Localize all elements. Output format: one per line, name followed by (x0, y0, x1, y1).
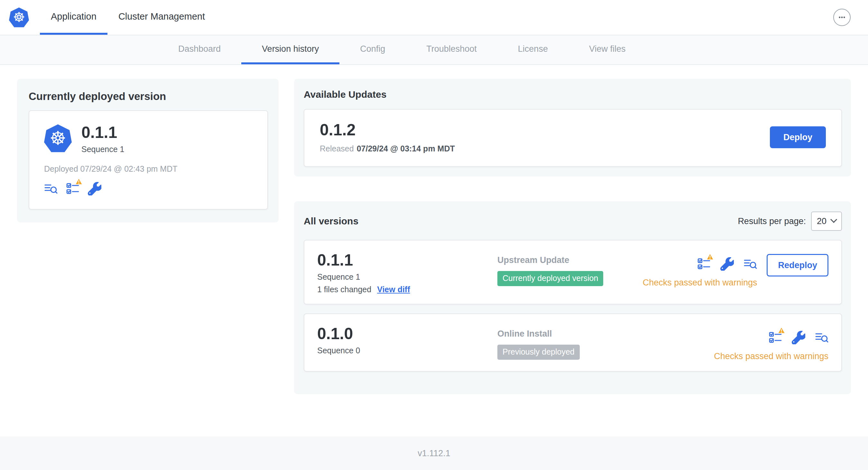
released-label: Released (320, 144, 354, 153)
view-diff-link[interactable]: View diff (377, 285, 410, 294)
results-per-page-label: Results per page: (738, 216, 806, 226)
row-version-number: 0.1.0 (317, 325, 497, 343)
files-changed-label: 1 files changed (317, 285, 371, 294)
tab-application[interactable]: Application (40, 0, 107, 35)
row-action-icons (697, 257, 757, 271)
kubernetes-wheel-icon: ☸ (44, 124, 72, 153)
currently-deployed-card: Currently deployed version ☸ 0.1.1 Seque… (17, 79, 279, 223)
app-nav-tabs: Application Cluster Management (40, 0, 216, 35)
kubernetes-logo-icon: ☸ (9, 7, 29, 28)
app-sub-nav: Dashboard Version history Config Trouble… (0, 35, 868, 65)
right-column: Available Updates 0.1.2 Released07/29/24… (294, 79, 851, 394)
overflow-menu-button[interactable] (833, 9, 850, 26)
edit-config-icon[interactable] (88, 182, 101, 196)
row-sequence: Sequence 0 (317, 346, 497, 355)
tab-troubleshoot[interactable]: Troubleshoot (406, 35, 497, 64)
version-row: 0.1.1 Sequence 1 1 files changed View di… (304, 240, 842, 304)
results-per-page-select[interactable]: 20 (811, 211, 842, 231)
update-version-number: 0.1.2 (320, 121, 455, 139)
deployed-version-number: 0.1.1 (82, 124, 124, 141)
all-versions-card: All versions Results per page: 20 0.1.1 … (294, 201, 851, 394)
preflight-checks-icon[interactable] (769, 331, 782, 344)
deployed-version-actions (44, 182, 253, 196)
preflight-checks-icon[interactable] (697, 257, 711, 271)
available-updates-card: Available Updates 0.1.2 Released07/29/24… (294, 79, 851, 176)
preflight-status-text: Checks passed with warnings (714, 351, 829, 361)
top-nav: ☸ Application Cluster Management (0, 0, 868, 35)
app-icon: ☸ (44, 124, 72, 153)
chevron-down-icon (830, 216, 837, 223)
tab-version-history[interactable]: Version history (241, 35, 339, 64)
topnav-spacer (216, 0, 833, 35)
redeploy-button[interactable]: Redeploy (767, 254, 829, 276)
currently-deployed-title: Currently deployed version (29, 90, 268, 103)
available-updates-title: Available Updates (304, 89, 842, 100)
tab-license[interactable]: License (497, 35, 568, 64)
preflight-checks-icon[interactable] (66, 182, 80, 196)
warning-triangle-icon (706, 253, 714, 261)
edit-config-icon[interactable] (792, 331, 805, 344)
ellipsis-icon (836, 11, 848, 23)
warning-triangle-icon (777, 327, 786, 334)
warning-triangle-icon (75, 178, 83, 186)
row-version-number: 0.1.1 (317, 251, 497, 269)
row-action-icons (769, 331, 829, 344)
results-per-page: Results per page: 20 (738, 211, 842, 231)
tab-view-files[interactable]: View files (568, 35, 646, 64)
version-source-label: Upstream Update (497, 255, 643, 265)
deployed-timestamp: Deployed 07/29/24 @ 02:43 pm MDT (44, 164, 253, 174)
footer: v1.112.1 (0, 437, 868, 470)
deployed-status-badge: Currently deployed version (497, 271, 603, 286)
version-source-label: Online Install (497, 329, 714, 339)
deployed-version-panel: ☸ 0.1.1 Sequence 1 Deployed 07/29/24 @ 0… (29, 110, 268, 210)
tab-config[interactable]: Config (339, 35, 406, 64)
deploy-logs-icon[interactable] (743, 257, 757, 271)
kubernetes-wheel-icon: ☸ (9, 7, 29, 28)
deploy-logs-icon[interactable] (44, 182, 58, 196)
preflight-status-text: Checks passed with warnings (643, 278, 757, 288)
update-row: 0.1.2 Released07/29/24 @ 03:14 pm MDT De… (304, 109, 842, 167)
all-versions-title: All versions (304, 216, 359, 227)
deploy-button[interactable]: Deploy (770, 126, 826, 148)
released-date: 07/29/24 @ 03:14 pm MDT (357, 144, 455, 153)
console-version: v1.112.1 (417, 448, 451, 459)
deployed-sequence: Sequence 1 (82, 145, 124, 154)
results-per-page-value: 20 (817, 216, 827, 226)
version-history-page: Currently deployed version ☸ 0.1.1 Seque… (0, 65, 868, 437)
row-sequence: Sequence 1 (317, 272, 497, 281)
tab-cluster-management[interactable]: Cluster Management (107, 0, 216, 35)
deploy-logs-icon[interactable] (815, 331, 829, 344)
edit-config-icon[interactable] (720, 257, 734, 271)
deployed-status-badge: Previously deployed (497, 345, 580, 360)
update-released-line: Released07/29/24 @ 03:14 pm MDT (320, 144, 455, 153)
tab-dashboard[interactable]: Dashboard (158, 35, 241, 64)
version-row: 0.1.0 Sequence 0 Online Install Previous… (304, 313, 842, 372)
